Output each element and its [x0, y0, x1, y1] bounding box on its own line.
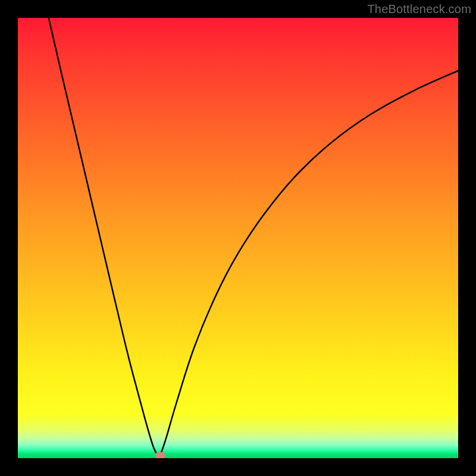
plot-area — [18, 18, 458, 458]
chart-frame: TheBottleneck.com — [0, 0, 476, 476]
attribution-watermark: TheBottleneck.com — [367, 2, 471, 16]
gradient-background — [18, 18, 458, 458]
